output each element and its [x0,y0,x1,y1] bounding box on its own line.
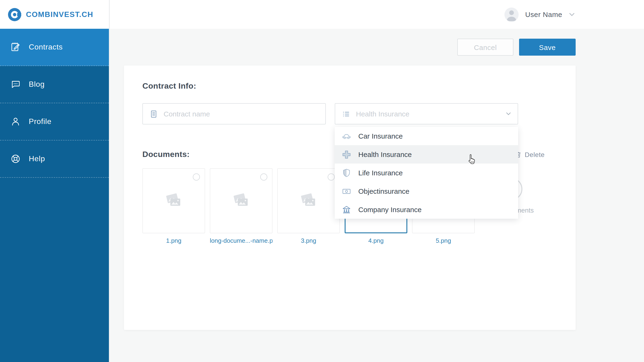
image-placeholder-icon [299,192,318,210]
file-name[interactable]: 1.png [142,237,205,244]
sidebar-item-label: Blog [29,80,44,88]
option-label: Car Insurance [358,132,402,140]
health-cross-icon [341,149,352,160]
user-avatar [504,7,518,22]
file-card-3[interactable]: 3.png [277,168,340,244]
file-thumbnail [142,168,205,233]
image-placeholder-icon [164,192,184,210]
file-radio[interactable] [328,174,335,180]
sidebar-item-label: Help [29,154,45,163]
app-root: COMBINVEST.CH User Name [0,0,644,362]
contract-name-field[interactable] [142,103,326,124]
car-icon [341,131,352,141]
sidebar-item-contracts[interactable]: Contracts [0,29,109,66]
sidebar-item-help[interactable]: Help [0,140,109,178]
delete-documents-button[interactable]: Delete [514,151,545,158]
option-label: Health Insurance [358,150,412,158]
top-bar: COMBINVEST.CH User Name [0,0,644,29]
option-label: Objectinsurance [358,187,410,195]
brand-logo[interactable]: COMBINVEST.CH [0,0,110,29]
option-life-insurance[interactable]: Life Insurance [335,164,518,182]
sidebar-item-profile[interactable]: Profile [0,103,109,140]
file-name[interactable]: long-docume...-name.png [210,237,272,244]
insurance-type-dropdown: Car Insurance Health Insurance Life Insu… [335,127,518,219]
option-label: Company Insurance [358,206,422,214]
contracts-icon [10,42,21,53]
sidebar-nav: Contracts Blog Profile [0,29,110,362]
file-thumbnail [210,168,272,233]
documents-heading: Documents: [142,150,190,159]
delete-label: Delete [525,151,545,158]
profile-icon [10,116,21,127]
option-car-insurance[interactable]: Car Insurance [335,127,518,145]
bank-icon [341,204,352,215]
chevron-down-icon [506,112,511,116]
file-thumbnail [277,168,340,233]
shield-icon [341,168,352,178]
contract-type-value: Health Insurance [356,110,500,118]
file-name[interactable]: 5.png [412,237,475,244]
option-company-insurance[interactable]: Company Insurance [335,200,518,219]
save-button[interactable]: Save [519,39,576,56]
file-card-1[interactable]: 1.png [142,168,205,244]
sidebar-item-blog[interactable]: Blog [0,66,109,103]
sidebar-item-label: Contracts [29,43,63,52]
chevron-down-icon [569,12,574,16]
document-icon [150,110,158,118]
combinvest-logo-icon [8,8,21,21]
option-health-insurance[interactable]: Health Insurance [335,145,518,164]
option-objectinsurance[interactable]: Objectinsurance [335,182,518,200]
file-name[interactable]: 4.png [345,237,407,244]
list-icon [342,110,350,118]
blog-icon [10,79,21,90]
option-label: Life Insurance [358,169,402,177]
help-icon [10,153,21,164]
contract-name-input[interactable] [164,110,319,118]
contract-type-select[interactable]: Health Insurance [335,103,518,124]
brand-name: COMBINVEST.CH [26,10,93,18]
contract-info-heading: Contract Info: [142,82,196,91]
banknote-icon [341,186,352,196]
image-placeholder-icon [231,192,251,210]
file-name[interactable]: 3.png [277,237,340,244]
file-radio[interactable] [193,174,200,180]
user-name-label: User Name [525,10,562,18]
file-radio[interactable] [260,174,267,180]
cancel-button[interactable]: Cancel [457,39,514,56]
sidebar-item-label: Profile [29,117,52,126]
file-card-2[interactable]: long-docume...-name.png [210,168,272,244]
user-menu[interactable]: User Name [504,0,574,29]
